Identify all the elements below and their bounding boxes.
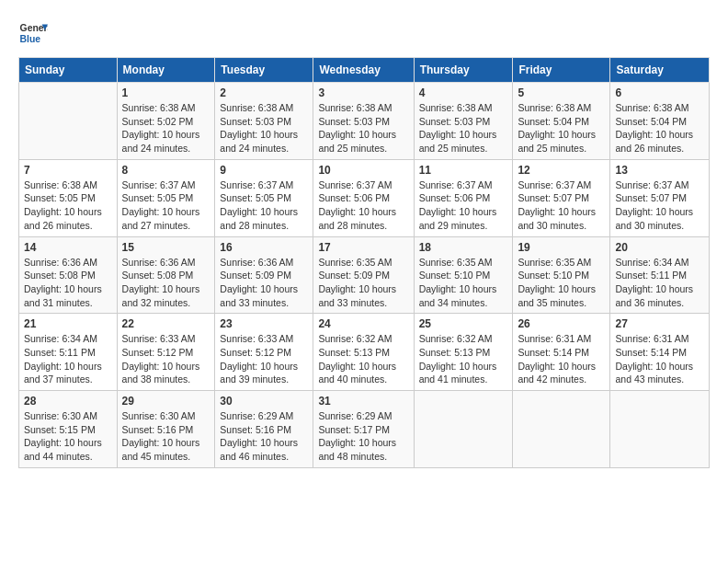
day-info: Sunrise: 6:35 AMSunset: 5:09 PMDaylight:… [318, 256, 408, 310]
day-info: Sunrise: 6:38 AMSunset: 5:05 PMDaylight:… [24, 178, 112, 233]
day-number: 29 [122, 395, 210, 408]
day-number: 23 [220, 317, 308, 330]
calendar-cell: 21Sunrise: 6:34 AMSunset: 5:11 PMDayligh… [19, 314, 118, 391]
day-info: Sunrise: 6:30 AMSunset: 5:16 PMDaylight:… [122, 409, 210, 464]
calendar-week-5: 28Sunrise: 6:30 AMSunset: 5:15 PMDayligh… [19, 391, 710, 468]
day-number: 20 [615, 241, 704, 254]
day-info: Sunrise: 6:38 AMSunset: 5:03 PMDaylight:… [220, 101, 308, 155]
day-info: Sunrise: 6:32 AMSunset: 5:13 PMDaylight:… [318, 332, 408, 386]
calendar-header-row: SundayMondayTuesdayWednesdayThursdayFrid… [19, 58, 710, 83]
calendar-cell: 19Sunrise: 6:35 AMSunset: 5:10 PMDayligh… [513, 236, 610, 314]
col-header-saturday: Saturday [610, 58, 710, 83]
calendar-cell: 13Sunrise: 6:37 AMSunset: 5:07 PMDayligh… [610, 159, 710, 236]
day-number: 21 [24, 317, 112, 330]
day-number: 28 [24, 395, 112, 408]
svg-text:Blue: Blue [20, 34, 41, 44]
calendar-cell [414, 391, 513, 468]
col-header-friday: Friday [513, 58, 610, 83]
day-info: Sunrise: 6:38 AMSunset: 5:04 PMDaylight:… [518, 101, 605, 155]
day-number: 6 [615, 86, 704, 99]
day-info: Sunrise: 6:34 AMSunset: 5:11 PMDaylight:… [24, 332, 112, 386]
calendar-cell: 3Sunrise: 6:38 AMSunset: 5:03 PMDaylight… [313, 83, 414, 160]
day-number: 2 [220, 86, 308, 99]
day-number: 18 [419, 241, 508, 254]
day-info: Sunrise: 6:33 AMSunset: 5:12 PMDaylight:… [220, 332, 308, 386]
calendar-cell: 1Sunrise: 6:38 AMSunset: 5:02 PMDaylight… [117, 83, 215, 160]
calendar-cell: 29Sunrise: 6:30 AMSunset: 5:16 PMDayligh… [117, 391, 215, 468]
day-info: Sunrise: 6:38 AMSunset: 5:02 PMDaylight:… [122, 101, 210, 155]
day-info: Sunrise: 6:37 AMSunset: 5:07 PMDaylight:… [518, 178, 605, 233]
calendar-cell: 6Sunrise: 6:38 AMSunset: 5:04 PMDaylight… [610, 83, 710, 160]
calendar-cell: 16Sunrise: 6:36 AMSunset: 5:09 PMDayligh… [215, 236, 313, 314]
calendar-cell: 4Sunrise: 6:38 AMSunset: 5:03 PMDaylight… [414, 83, 513, 160]
calendar-cell: 10Sunrise: 6:37 AMSunset: 5:06 PMDayligh… [313, 159, 414, 236]
day-number: 4 [419, 86, 508, 99]
calendar-cell [19, 83, 118, 160]
day-info: Sunrise: 6:38 AMSunset: 5:03 PMDaylight:… [318, 101, 408, 155]
day-info: Sunrise: 6:37 AMSunset: 5:05 PMDaylight:… [220, 178, 308, 233]
day-number: 5 [518, 86, 605, 99]
page-header: General Blue [18, 18, 710, 48]
day-info: Sunrise: 6:38 AMSunset: 5:04 PMDaylight:… [615, 101, 704, 155]
calendar-cell: 23Sunrise: 6:33 AMSunset: 5:12 PMDayligh… [215, 314, 313, 391]
day-number: 16 [220, 241, 308, 254]
day-number: 31 [318, 395, 408, 408]
calendar-week-1: 1Sunrise: 6:38 AMSunset: 5:02 PMDaylight… [19, 83, 710, 160]
day-number: 19 [518, 241, 605, 254]
calendar-cell: 11Sunrise: 6:37 AMSunset: 5:06 PMDayligh… [414, 159, 513, 236]
calendar-cell [513, 391, 610, 468]
calendar-cell: 15Sunrise: 6:36 AMSunset: 5:08 PMDayligh… [117, 236, 215, 314]
calendar-cell: 31Sunrise: 6:29 AMSunset: 5:17 PMDayligh… [313, 391, 414, 468]
col-header-wednesday: Wednesday [313, 58, 414, 83]
day-info: Sunrise: 6:33 AMSunset: 5:12 PMDaylight:… [122, 332, 210, 386]
day-number: 9 [220, 164, 308, 177]
day-number: 3 [318, 86, 408, 99]
day-info: Sunrise: 6:36 AMSunset: 5:09 PMDaylight:… [220, 256, 308, 310]
calendar-cell: 25Sunrise: 6:32 AMSunset: 5:13 PMDayligh… [414, 314, 513, 391]
calendar-cell: 28Sunrise: 6:30 AMSunset: 5:15 PMDayligh… [19, 391, 118, 468]
calendar-cell: 2Sunrise: 6:38 AMSunset: 5:03 PMDaylight… [215, 83, 313, 160]
calendar-cell: 7Sunrise: 6:38 AMSunset: 5:05 PMDaylight… [19, 159, 118, 236]
calendar-cell: 26Sunrise: 6:31 AMSunset: 5:14 PMDayligh… [513, 314, 610, 391]
calendar-cell: 18Sunrise: 6:35 AMSunset: 5:10 PMDayligh… [414, 236, 513, 314]
calendar-cell: 9Sunrise: 6:37 AMSunset: 5:05 PMDaylight… [215, 159, 313, 236]
day-info: Sunrise: 6:37 AMSunset: 5:05 PMDaylight:… [122, 178, 210, 233]
col-header-tuesday: Tuesday [215, 58, 313, 83]
day-number: 15 [122, 241, 210, 254]
calendar-week-4: 21Sunrise: 6:34 AMSunset: 5:11 PMDayligh… [19, 314, 710, 391]
col-header-monday: Monday [117, 58, 215, 83]
calendar-cell: 12Sunrise: 6:37 AMSunset: 5:07 PMDayligh… [513, 159, 610, 236]
day-info: Sunrise: 6:38 AMSunset: 5:03 PMDaylight:… [419, 101, 508, 155]
day-info: Sunrise: 6:32 AMSunset: 5:13 PMDaylight:… [419, 332, 508, 386]
logo-icon: General Blue [18, 18, 48, 48]
calendar-cell: 20Sunrise: 6:34 AMSunset: 5:11 PMDayligh… [610, 236, 710, 314]
col-header-sunday: Sunday [19, 58, 118, 83]
calendar-cell: 17Sunrise: 6:35 AMSunset: 5:09 PMDayligh… [313, 236, 414, 314]
calendar-cell: 14Sunrise: 6:36 AMSunset: 5:08 PMDayligh… [19, 236, 118, 314]
calendar-cell: 8Sunrise: 6:37 AMSunset: 5:05 PMDaylight… [117, 159, 215, 236]
calendar-cell: 30Sunrise: 6:29 AMSunset: 5:16 PMDayligh… [215, 391, 313, 468]
day-info: Sunrise: 6:37 AMSunset: 5:06 PMDaylight:… [318, 178, 408, 233]
calendar-cell: 22Sunrise: 6:33 AMSunset: 5:12 PMDayligh… [117, 314, 215, 391]
day-number: 30 [220, 395, 308, 408]
day-info: Sunrise: 6:31 AMSunset: 5:14 PMDaylight:… [518, 332, 605, 386]
day-number: 7 [24, 164, 112, 177]
day-info: Sunrise: 6:31 AMSunset: 5:14 PMDaylight:… [615, 332, 704, 386]
day-number: 22 [122, 317, 210, 330]
calendar-cell: 5Sunrise: 6:38 AMSunset: 5:04 PMDaylight… [513, 83, 610, 160]
calendar-cell: 24Sunrise: 6:32 AMSunset: 5:13 PMDayligh… [313, 314, 414, 391]
calendar-table: SundayMondayTuesdayWednesdayThursdayFrid… [18, 57, 710, 468]
day-info: Sunrise: 6:36 AMSunset: 5:08 PMDaylight:… [24, 256, 112, 310]
day-number: 26 [518, 317, 605, 330]
calendar-week-2: 7Sunrise: 6:38 AMSunset: 5:05 PMDaylight… [19, 159, 710, 236]
calendar-cell: 27Sunrise: 6:31 AMSunset: 5:14 PMDayligh… [610, 314, 710, 391]
day-info: Sunrise: 6:29 AMSunset: 5:17 PMDaylight:… [318, 409, 408, 464]
day-number: 14 [24, 241, 112, 254]
day-info: Sunrise: 6:35 AMSunset: 5:10 PMDaylight:… [419, 256, 508, 310]
calendar-cell [610, 391, 710, 468]
day-info: Sunrise: 6:35 AMSunset: 5:10 PMDaylight:… [518, 256, 605, 310]
day-info: Sunrise: 6:34 AMSunset: 5:11 PMDaylight:… [615, 256, 704, 310]
logo: General Blue [18, 18, 48, 48]
day-number: 10 [318, 164, 408, 177]
day-number: 1 [122, 86, 210, 99]
